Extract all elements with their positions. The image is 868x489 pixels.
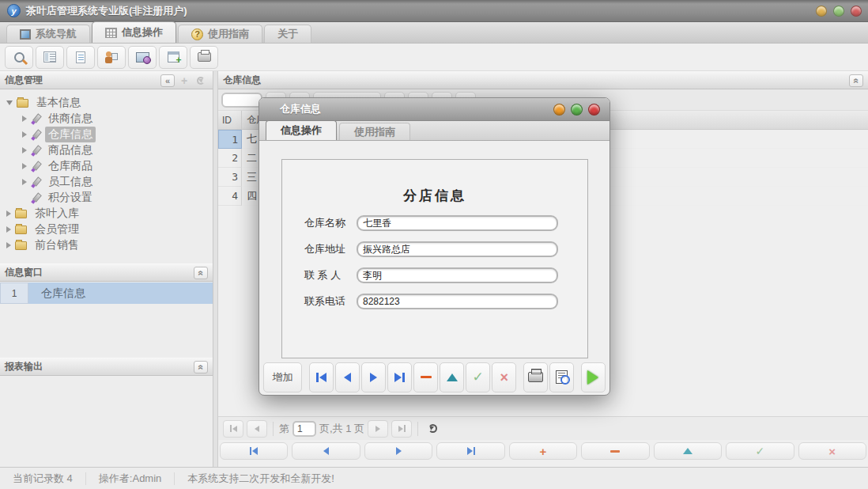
tab-info-operation[interactable]: 信息操作: [92, 21, 176, 43]
tree-item-supplier-info[interactable]: 供商信息: [0, 111, 213, 127]
main-toolbar: [0, 44, 868, 71]
expand-arrow-icon[interactable]: [22, 147, 27, 154]
collapse-panel-button[interactable]: «: [160, 74, 175, 87]
tab-user-guide[interactable]: ? 使用指南: [178, 25, 262, 43]
cell-id[interactable]: 2: [218, 149, 242, 168]
tree-item-warehouse-info[interactable]: 仓库信息: [0, 127, 213, 142]
record-nav-toolbar: + ✓ ×: [218, 441, 868, 461]
minimize-button[interactable]: [816, 6, 827, 17]
warehouse-address-input[interactable]: [357, 241, 558, 257]
dialog-close-button[interactable]: [588, 104, 600, 116]
tree-item-product-info[interactable]: 商品信息: [0, 142, 213, 158]
screen-button[interactable]: [128, 46, 157, 69]
maximize-button[interactable]: [833, 6, 844, 17]
last-record-button[interactable]: [436, 442, 504, 460]
column-header-id[interactable]: ID: [218, 111, 242, 129]
window-add-button[interactable]: [159, 46, 187, 69]
edit-record-button[interactable]: [440, 362, 464, 392]
cell-id[interactable]: 3: [218, 168, 242, 187]
dialog-tabbar: 信息操作 使用指南: [259, 121, 609, 141]
dialog-maximize-button[interactable]: [571, 104, 583, 116]
refresh-icon[interactable]: [428, 424, 437, 433]
tree-label: 前台销售: [32, 237, 82, 253]
prev-page-button[interactable]: [247, 420, 267, 438]
edit-record-button[interactable]: [654, 442, 722, 460]
page-number-input[interactable]: [292, 421, 316, 437]
wand-icon: [31, 161, 41, 172]
wand-icon: [31, 130, 41, 140]
delete-record-button[interactable]: [413, 362, 438, 392]
contact-phone-input[interactable]: [357, 294, 558, 309]
help-coin-icon: ?: [191, 28, 203, 40]
confirm-button[interactable]: ✓: [726, 442, 794, 460]
print-preview-button[interactable]: [549, 362, 574, 392]
info-window-item[interactable]: 1 仓库信息: [0, 282, 213, 304]
tab-system-navigation[interactable]: 系统导航: [6, 25, 90, 43]
tree-item-member-mgmt[interactable]: 会员管理: [0, 222, 213, 237]
printer-icon: [528, 372, 543, 382]
print-button[interactable]: [190, 46, 218, 69]
report-output-title: 报表输出: [5, 360, 43, 373]
tree-item-frontdesk-sales[interactable]: 前台销售: [0, 237, 213, 253]
last-record-button[interactable]: [387, 362, 412, 392]
tree-item-points-setting[interactable]: 积分设置: [0, 190, 213, 206]
search-button[interactable]: [5, 46, 33, 69]
first-page-button[interactable]: [223, 420, 243, 438]
delete-record-button[interactable]: [581, 442, 649, 460]
next-record-button[interactable]: [361, 362, 386, 392]
tree-item-warehouse-product[interactable]: 仓库商品: [0, 158, 213, 174]
last-page-button[interactable]: [391, 420, 412, 438]
tree-item-basic-info[interactable]: 基本信息: [0, 95, 213, 111]
confirm-button[interactable]: ✓: [466, 362, 490, 392]
tree-label: 员工信息: [45, 174, 96, 190]
expand-arrow-icon[interactable]: [6, 242, 11, 248]
expand-arrow-icon[interactable]: [6, 226, 11, 233]
expand-arrow-icon[interactable]: [22, 179, 27, 185]
dialog-tab-user-guide[interactable]: 使用指南: [339, 123, 410, 140]
expand-arrow-icon[interactable]: [22, 131, 27, 138]
expand-arrow-icon[interactable]: [22, 116, 27, 122]
up-triangle-icon: [447, 373, 458, 381]
close-button[interactable]: [851, 6, 862, 17]
collapse-section-button[interactable]: «: [194, 267, 208, 279]
expand-arrow-icon[interactable]: [22, 163, 27, 169]
tree-item-tea-inbound[interactable]: 茶叶入库: [0, 206, 213, 222]
app-logo-icon: y: [7, 4, 21, 17]
warehouse-name-input[interactable]: [357, 215, 558, 231]
expand-arrow-icon[interactable]: [6, 100, 13, 105]
collapse-panel-button[interactable]: «: [849, 74, 863, 87]
prev-record-button[interactable]: [292, 442, 360, 460]
tree-label: 会员管理: [32, 222, 82, 237]
list-view-button[interactable]: [36, 46, 64, 69]
cell-id[interactable]: 1: [218, 130, 242, 149]
next-page-button[interactable]: [368, 420, 388, 438]
collapse-section-button[interactable]: «: [194, 361, 208, 373]
add-button[interactable]: 增加: [263, 362, 302, 392]
refresh-icon[interactable]: [194, 74, 208, 87]
document-button[interactable]: [66, 46, 95, 69]
grid-filter-input[interactable]: [221, 93, 262, 108]
info-window-title: 信息窗口: [5, 266, 43, 279]
wand-icon: [31, 177, 41, 188]
print-button[interactable]: [523, 362, 548, 392]
cancel-button[interactable]: ×: [798, 442, 866, 460]
info-mgmt-header: 信息管理 « +: [0, 71, 213, 89]
tab-about[interactable]: 关于: [264, 25, 311, 43]
add-icon[interactable]: +: [177, 74, 191, 87]
user-report-button[interactable]: [97, 46, 126, 69]
cancel-button[interactable]: ×: [492, 362, 516, 392]
expand-arrow-icon[interactable]: [6, 210, 11, 217]
add-record-button[interactable]: +: [509, 442, 577, 460]
first-record-button[interactable]: [309, 362, 334, 392]
next-record-button[interactable]: [364, 442, 432, 460]
minus-icon: [421, 376, 432, 378]
prev-record-button[interactable]: [335, 362, 360, 392]
contact-person-input[interactable]: [357, 267, 558, 283]
run-button[interactable]: [581, 362, 606, 392]
sidebar: 信息管理 « + 基本信息 供商信息 仓库信息 商品信息 仓: [0, 71, 213, 467]
dialog-minimize-button[interactable]: [553, 104, 565, 116]
dialog-tab-info-operation[interactable]: 信息操作: [266, 120, 337, 140]
tree-item-employee-info[interactable]: 员工信息: [0, 174, 213, 190]
cell-id[interactable]: 4: [218, 187, 242, 206]
first-record-button[interactable]: [220, 442, 288, 460]
